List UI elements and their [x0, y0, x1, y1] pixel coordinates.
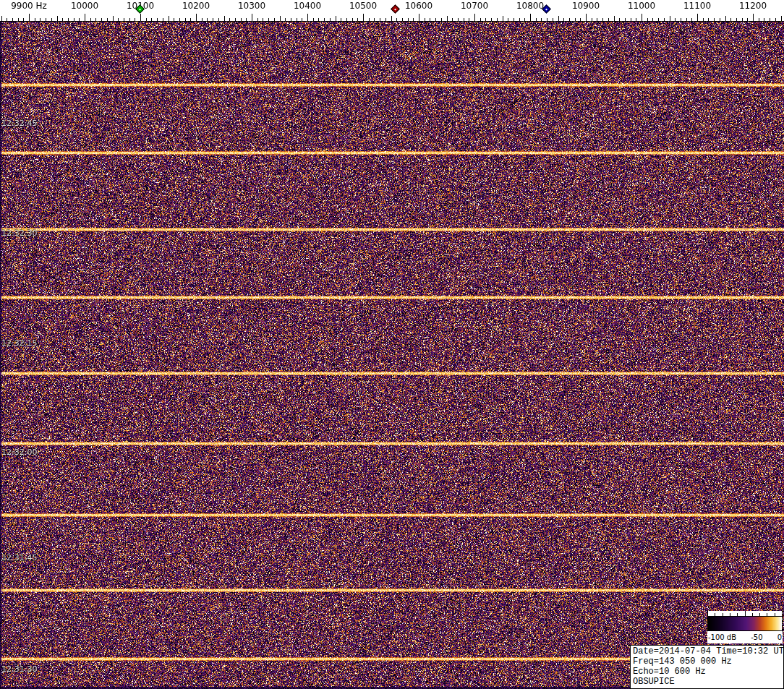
info-line-freq: Freq=143 050 000 Hz [633, 656, 781, 667]
frequency-ruler[interactable]: 9900 Hz100001010010200103001040010500106… [0, 0, 784, 22]
freq-tick-label: 10700 [461, 1, 488, 11]
freq-tick-label: 10800 [516, 1, 544, 11]
freq-tick-label: 11000 [628, 1, 655, 11]
freq-tick-label: 10300 [238, 1, 265, 11]
marker-blue-center-dot [545, 9, 547, 11]
info-line-station: OBSUPICE [633, 677, 781, 687]
colorbar: -100 dB -50 0 [707, 611, 783, 643]
time-tick-label: 12:32:45 [1, 119, 37, 128]
time-tick-label: 12:32:00 [1, 448, 37, 457]
freq-tick-label: 10000 [71, 1, 98, 11]
freq-tick-label: 10500 [349, 1, 377, 11]
freq-tick-label: 11200 [739, 1, 767, 11]
freq-tick-label: 10400 [294, 1, 321, 11]
freq-tick-label: 10600 [405, 1, 433, 11]
colorbar-label-max: 0 [777, 633, 782, 641]
colorbar-gradient [707, 611, 783, 631]
marker-green-center-dot [139, 9, 141, 11]
info-line-date: Date=2014-07-04 Time=10:32 UTC [633, 646, 781, 656]
freq-tick-label: 9900 Hz [11, 1, 47, 11]
time-tick-label: 12:31:45 [1, 553, 37, 562]
spectrogram-app: 9900 Hz100001010010200103001040010500106… [0, 0, 784, 689]
info-box: Date=2014-07-04 Time=10:32 UTC Freq=143 … [630, 645, 784, 689]
colorbar-label-min: -100 dB [708, 633, 736, 641]
marker-red-center-dot [394, 9, 396, 11]
freq-tick-label: 10900 [572, 1, 600, 11]
freq-tick-label: 10200 [182, 1, 210, 11]
waterfall-canvas[interactable] [0, 22, 784, 689]
info-line-echo: Echo=10 600 Hz [633, 667, 781, 677]
colorbar-label-mid: -50 [751, 633, 762, 641]
time-tick-label: 12:31:30 [1, 664, 37, 674]
time-tick-label: 12:32:30 [1, 228, 37, 238]
time-tick-label: 12:32:15 [1, 338, 37, 348]
freq-tick-label: 11100 [683, 1, 711, 11]
colorbar-labels: -100 dB -50 0 [707, 631, 783, 643]
